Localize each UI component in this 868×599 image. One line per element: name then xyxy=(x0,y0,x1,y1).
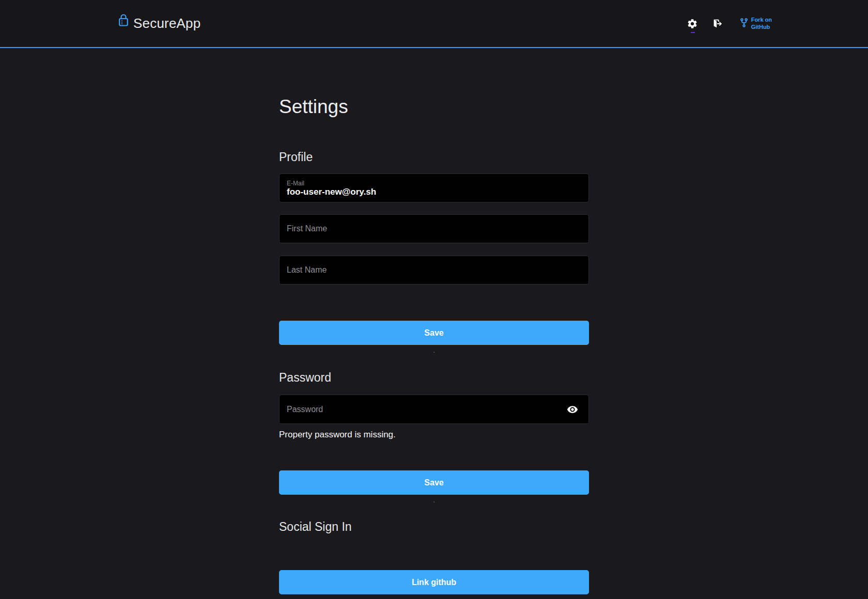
social-sign-in-heading: Social Sign In xyxy=(279,519,589,534)
profile-heading: Profile xyxy=(279,150,589,165)
fork-on-github-link[interactable]: Fork on GitHub xyxy=(739,17,772,30)
password-heading: Password xyxy=(279,370,589,385)
last-name-input[interactable] xyxy=(287,265,581,275)
password-error-message: Property password is missing. xyxy=(279,429,589,440)
navbar-actions: Fork on GitHub xyxy=(686,17,772,30)
email-field[interactable]: E-Mail xyxy=(279,174,589,202)
page-title: Settings xyxy=(279,96,589,118)
eye-icon xyxy=(567,409,578,417)
password-section: Password Property password is missing. S… xyxy=(279,370,589,505)
email-input[interactable] xyxy=(287,187,581,197)
password-field[interactable] xyxy=(279,395,589,424)
social-sign-in-section: Social Sign In Link github xyxy=(279,519,589,594)
navbar: SecureApp xyxy=(0,0,868,48)
git-fork-icon xyxy=(739,18,749,30)
logout-button[interactable] xyxy=(710,17,724,30)
link-github-button[interactable]: Link github xyxy=(279,570,589,594)
toggle-password-visibility-button[interactable] xyxy=(565,402,580,417)
gear-icon xyxy=(687,23,698,31)
settings-page: Settings Profile E-Mail Save . Password xyxy=(279,96,589,594)
purple-marker xyxy=(691,32,695,33)
profile-section: Profile E-Mail Save . xyxy=(279,150,589,355)
password-dot: . xyxy=(279,496,589,505)
first-name-input[interactable] xyxy=(287,224,581,233)
app-title: SecureApp xyxy=(133,15,200,31)
lock-icon xyxy=(118,13,129,29)
password-save-button[interactable]: Save xyxy=(279,470,589,495)
fork-link-text: Fork on GitHub xyxy=(751,17,772,30)
password-input[interactable] xyxy=(287,405,565,414)
app-logo[interactable]: SecureApp xyxy=(118,15,200,31)
first-name-field[interactable] xyxy=(279,214,589,243)
profile-save-button[interactable]: Save xyxy=(279,321,589,345)
last-name-field[interactable] xyxy=(279,256,589,285)
logout-icon xyxy=(711,23,723,31)
settings-button[interactable] xyxy=(686,17,699,30)
email-label: E-Mail xyxy=(287,180,581,187)
profile-dot: . xyxy=(279,346,589,355)
